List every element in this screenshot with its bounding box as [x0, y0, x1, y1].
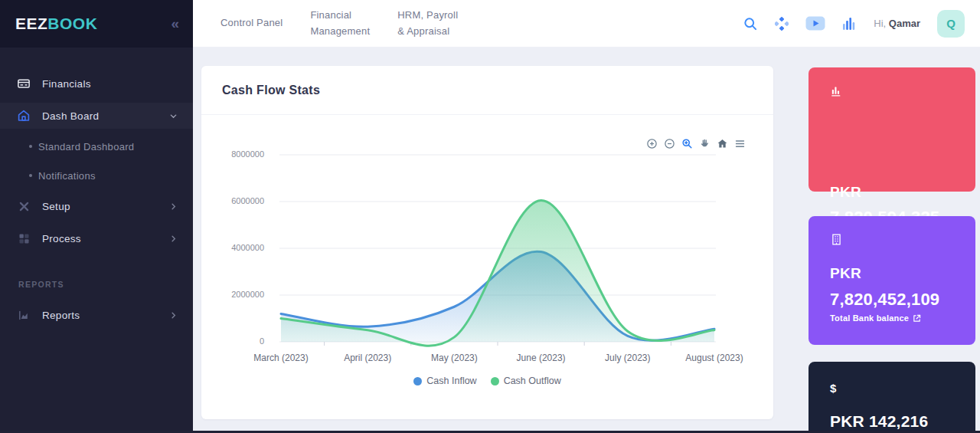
sidebar-subitem-standard-dashboard[interactable]: Standard Dashboard [0, 135, 193, 158]
tools-icon [17, 199, 31, 213]
legend-marker-icon [413, 377, 422, 385]
sidebar-header: EEZBOOK « [0, 0, 193, 48]
area-chart-icon [17, 308, 31, 322]
chevron-right-icon [169, 202, 178, 211]
sidebar-item-process[interactable]: Process [0, 225, 193, 251]
top-header: Control Panel Financial Management HRM, … [193, 0, 980, 48]
selection-zoom-icon[interactable] [681, 138, 693, 149]
avatar[interactable]: Q [937, 10, 965, 38]
pan-hand-icon[interactable] [699, 138, 710, 149]
legend-marker-icon [491, 377, 499, 385]
y-axis-label: 8000000 [231, 149, 264, 159]
sidebar-item-label: Financials [42, 78, 91, 90]
cash-flow-card: Cash Flow Stats 800000060000004000000200… [201, 66, 773, 419]
dollar-icon: $ [830, 382, 836, 395]
external-link-icon[interactable] [913, 314, 921, 323]
credit-card-icon [17, 77, 31, 90]
search-icon[interactable] [743, 16, 758, 31]
legend-label: Cash Outflow [504, 376, 561, 386]
sidebar-item-label: Dash Board [42, 110, 99, 122]
stat-card-third[interactable]: $ PKR 142,216 [808, 362, 975, 433]
apps-diamond-icon[interactable] [775, 17, 789, 31]
bar-chart-icon [830, 84, 843, 100]
x-axis-label: April (2023) [329, 353, 406, 363]
home-reset-icon[interactable] [717, 138, 728, 149]
menu-icon[interactable] [734, 138, 746, 149]
sidebar-subitem-notifications[interactable]: Notifications [0, 164, 193, 187]
card-header: Cash Flow Stats [201, 66, 773, 115]
grid-icon [17, 231, 31, 245]
sidebar-item-label: Setup [42, 201, 70, 212]
card-title: Cash Flow Stats [222, 84, 320, 97]
y-axis-label: 6000000 [231, 196, 264, 205]
nav-control-panel[interactable]: Control Panel [220, 15, 283, 31]
app-logo[interactable]: EEZBOOK [15, 15, 97, 33]
chevron-right-icon [169, 311, 178, 320]
username: Qamar [889, 18, 920, 29]
amount-value: PKR 142,216 [830, 412, 928, 431]
stat-card-total-bank-cash[interactable]: PKR 7,820,594,325 Total Bank/Cash Balanc… [808, 67, 975, 192]
cashflow-chart[interactable] [279, 153, 716, 346]
zoom-in-icon[interactable] [646, 138, 658, 149]
sidebar-collapse-icon[interactable]: « [171, 15, 178, 32]
sidebar: EEZBOOK « Financials Dash Board Standard… [0, 0, 193, 433]
stat-label: Total Bank balance [830, 313, 921, 323]
x-axis-label: May (2023) [416, 353, 492, 363]
chevron-down-icon [169, 112, 178, 120]
chart-toolbar [646, 138, 746, 149]
legend-item[interactable]: Cash Inflow [413, 376, 476, 386]
home-icon [17, 109, 31, 123]
y-axis-label: 4000000 [231, 243, 264, 252]
y-axis-label: 2000000 [231, 290, 264, 299]
sidebar-item-setup[interactable]: Setup [0, 193, 193, 219]
legend-label: Cash Inflow [426, 376, 476, 386]
greeting-prefix: Hi, [874, 18, 886, 29]
y-axis-labels: 80000006000000400000020000000 [223, 153, 272, 345]
building-icon [830, 233, 843, 249]
x-axis-label: August (2023) [676, 353, 753, 363]
analytics-bars-icon[interactable] [842, 16, 857, 31]
legend-item[interactable]: Cash Outflow [491, 376, 561, 386]
chevron-right-icon [169, 235, 178, 243]
nav-financial-management[interactable]: Financial Management [310, 8, 370, 38]
video-tutorial-icon[interactable] [805, 16, 825, 31]
top-nav: Control Panel Financial Management HRM, … [193, 8, 458, 38]
stat-label-text: Total Bank balance [830, 313, 909, 323]
sidebar-item-financials[interactable]: Financials [0, 71, 193, 97]
stat-card-total-bank-balance[interactable]: PKR 7,820,452,109 Total Bank balance [808, 216, 975, 345]
user-greeting: Hi, Qamar [874, 18, 920, 29]
bullet-icon [29, 174, 32, 177]
amount-value: 7,820,452,109 [830, 290, 939, 310]
y-axis-label: 0 [260, 336, 264, 346]
x-axis-label: March (2023) [243, 353, 319, 363]
zoom-out-icon[interactable] [664, 138, 675, 149]
x-axis-label: June (2023) [503, 353, 580, 363]
logo-text-primary: EEZ [15, 15, 47, 32]
top-right-cluster: Hi, Qamar Q [743, 10, 965, 38]
currency-label: PKR [830, 184, 861, 201]
nav-hrm-payroll[interactable]: HRM, Payroll & Appraisal [397, 8, 458, 38]
sidebar-item-dashboard[interactable]: Dash Board [0, 103, 193, 129]
sidebar-subitem-label: Notifications [38, 170, 96, 182]
sidebar-section-reports: REPORTS [18, 280, 64, 289]
sidebar-item-label: Process [42, 233, 81, 244]
currency-label: PKR [830, 265, 861, 282]
sidebar-item-reports[interactable]: Reports [0, 302, 193, 328]
bullet-icon [29, 145, 32, 148]
x-axis-label: July (2023) [590, 353, 666, 363]
sidebar-item-label: Reports [42, 310, 80, 321]
x-axis-labels: March (2023)April (2023)May (2023)June (… [279, 353, 716, 365]
series-area-1 [281, 200, 714, 346]
sidebar-subitem-label: Standard Dashboard [38, 141, 134, 153]
chart-legend: Cash InflowCash Outflow [201, 376, 773, 386]
logo-text-secondary: BOOK [47, 15, 97, 32]
